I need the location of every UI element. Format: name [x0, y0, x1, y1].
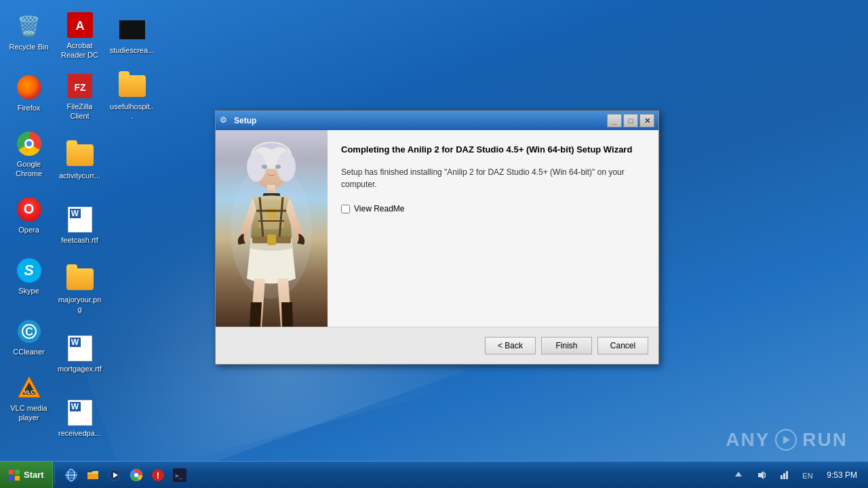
- dialog-body-text: Setup has finished installing "Anilip 2 …: [341, 166, 645, 190]
- svg-rect-21: [267, 235, 276, 245]
- svg-rect-25: [9, 476, 14, 481]
- svg-text:C: C: [25, 326, 33, 338]
- taskbar-media-icon[interactable]: [105, 466, 124, 485]
- tray-show-hidden-icon[interactable]: [729, 466, 748, 485]
- recycle-bin-label: Recycle Bin: [9, 43, 48, 52]
- majoryour-icon: [66, 266, 94, 293]
- taskbar-ie-icon[interactable]: [62, 466, 81, 485]
- svg-point-16: [262, 165, 267, 169]
- dialog-close-button[interactable]: ✕: [639, 114, 654, 127]
- feetcash-label: feetcash.rtf: [61, 236, 98, 245]
- feetcash-icon: [66, 206, 94, 233]
- acrobat-icon: A: [66, 12, 94, 39]
- desktop: 🗑️ Recycle Bin Firefox Google Chrome O O…: [0, 0, 868, 488]
- opera-label: Opera: [18, 226, 39, 235]
- dialog-heading: Completing the Anilip 2 for DAZ Studio 4…: [341, 144, 645, 156]
- receivedpa-label: receivedpa...: [58, 429, 101, 438]
- recycle-bin-icon: 🗑️: [16, 13, 43, 40]
- svg-marker-41: [735, 472, 742, 476]
- svg-text:!: !: [156, 470, 159, 481]
- svg-text:VLC: VLC: [24, 389, 35, 395]
- wizard-image: [216, 130, 328, 327]
- svg-text:EN: EN: [803, 472, 813, 480]
- desktop-icon-majoryour[interactable]: majoryour.png: [54, 261, 105, 319]
- desktop-icon-recycle-bin[interactable]: 🗑️ Recycle Bin: [3, 3, 54, 61]
- studiescrea-label: studiescrea...: [110, 46, 154, 55]
- desktop-icon-firefox[interactable]: Firefox: [3, 64, 54, 122]
- taskbar-divider-1: [54, 465, 55, 485]
- back-button[interactable]: < Back: [485, 337, 536, 354]
- svg-rect-23: [9, 470, 14, 474]
- vlc-icon: VLC: [16, 374, 43, 401]
- receivedpa-icon: [66, 399, 94, 426]
- desktop-icons-area: 🗑️ Recycle Bin Firefox Google Chrome O O…: [3, 3, 193, 451]
- system-clock[interactable]: 9:53 PM: [821, 470, 863, 480]
- start-label: Start: [24, 470, 44, 480]
- svg-point-17: [275, 165, 281, 169]
- desktop-icon-opera[interactable]: O Opera: [3, 186, 54, 244]
- desktop-icon-receivedpa[interactable]: receivedpa...: [54, 390, 105, 447]
- svg-text:FZ: FZ: [74, 82, 86, 93]
- taskbar-chrome-taskbar-icon[interactable]: [127, 466, 146, 485]
- dialog-title: Setup: [234, 116, 604, 125]
- dialog-minimize-button[interactable]: _: [607, 114, 622, 127]
- svg-rect-44: [786, 471, 788, 479]
- desktop-icon-acrobat[interactable]: A Acrobat Reader DC: [54, 7, 105, 64]
- desktop-icon-filezilla[interactable]: FZ FileZilla Client: [54, 68, 105, 125]
- ccleaner-label: CCleaner: [13, 348, 44, 357]
- taskbar: Start: [0, 461, 868, 488]
- windows-logo-icon: [8, 469, 20, 481]
- desktop-icon-vlc[interactable]: VLC VLC media player: [3, 369, 54, 427]
- skype-icon: S: [16, 257, 43, 284]
- desktop-icon-feetcash[interactable]: feetcash.rtf: [54, 197, 105, 254]
- studiescrea-icon: [119, 16, 146, 43]
- activitycurr-icon: [66, 142, 94, 169]
- dialog-maximize-button[interactable]: □: [623, 114, 638, 127]
- desktop-icon-mortgagex[interactable]: mortgagex.rtf: [54, 325, 105, 383]
- system-tray: EN 9:53 PM: [724, 466, 868, 485]
- tray-ime-icon[interactable]: EN: [798, 466, 817, 485]
- chrome-label: Google Chrome: [6, 160, 52, 178]
- svg-marker-22: [783, 436, 790, 444]
- start-button[interactable]: Start: [0, 462, 53, 489]
- filezilla-icon: FZ: [66, 73, 94, 100]
- filezilla-label: FileZilla Client: [57, 102, 102, 120]
- taskbar-folder-icon[interactable]: [83, 466, 102, 485]
- anyrun-play-icon: [775, 429, 797, 451]
- activitycurr-label: activitycurr...: [59, 171, 100, 180]
- setup-dialog: ⚙ Setup _ □ ✕: [215, 110, 659, 365]
- desktop-icon-skype[interactable]: S Skype: [3, 247, 54, 305]
- tray-network-icon[interactable]: [775, 466, 794, 485]
- dialog-window-controls: _ □ ✕: [607, 114, 654, 127]
- svg-rect-42: [781, 475, 783, 479]
- tray-volume-icon[interactable]: [752, 466, 771, 485]
- dialog-text-area: Completing the Anilip 2 for DAZ Studio 4…: [328, 130, 658, 327]
- view-readme-label: View ReadMe: [354, 204, 404, 214]
- chrome-icon: [16, 130, 43, 157]
- taskbar-terminal-icon[interactable]: >_: [170, 466, 189, 485]
- taskbar-warning-icon[interactable]: !: [149, 466, 167, 485]
- acrobat-label: Acrobat Reader DC: [57, 41, 102, 59]
- opera-icon: O: [16, 196, 43, 223]
- anyrun-watermark: ANY RUN: [726, 429, 848, 451]
- ccleaner-icon: C: [16, 318, 43, 345]
- dialog-titlebar: ⚙ Setup _ □ ✕: [216, 111, 658, 130]
- svg-point-36: [134, 473, 138, 477]
- view-readme-checkbox[interactable]: [341, 205, 350, 214]
- desktop-icon-activitycurr[interactable]: activitycurr...: [54, 132, 105, 190]
- desktop-icon-usefulhospit[interactable]: usefulhospit...: [106, 68, 157, 125]
- desktop-icon-google-chrome[interactable]: Google Chrome: [3, 125, 54, 183]
- svg-text:A: A: [75, 19, 84, 33]
- svg-text:>_: >_: [175, 472, 182, 479]
- cancel-button[interactable]: Cancel: [597, 337, 648, 354]
- svg-rect-26: [15, 476, 20, 481]
- skype-label: Skype: [18, 287, 39, 296]
- desktop-icon-ccleaner[interactable]: C CCleaner: [3, 308, 54, 366]
- mortgagex-icon: [66, 335, 94, 362]
- svg-rect-43: [783, 473, 785, 479]
- usefulhospit-label: usefulhospit...: [109, 102, 155, 120]
- dialog-checkbox-row: View ReadMe: [341, 204, 645, 214]
- finish-button[interactable]: Finish: [541, 337, 592, 354]
- firefox-label: Firefox: [18, 104, 41, 113]
- desktop-icon-studiescrea[interactable]: studiescrea...: [106, 7, 157, 64]
